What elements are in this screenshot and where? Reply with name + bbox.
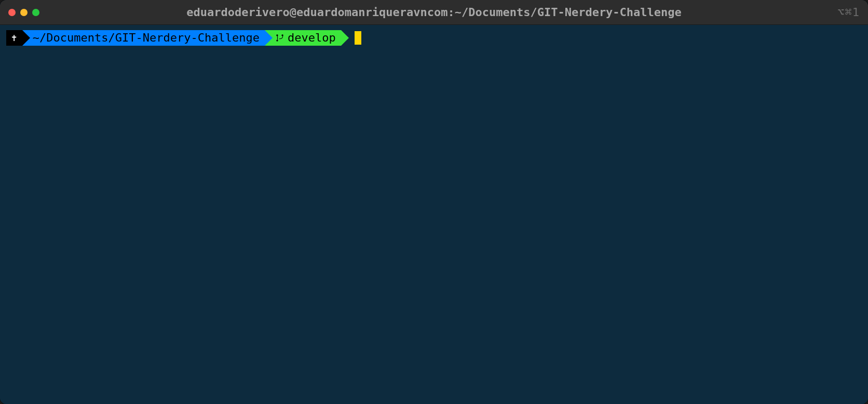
prompt-line: ✝ ~/Documents/GIT-Nerdery-Challenge deve…: [6, 30, 862, 46]
pane-shortcut-indicator: ⌥⌘1: [837, 6, 860, 19]
git-branch-icon: [275, 33, 284, 43]
prompt-path-text: ~/Documents/GIT-Nerdery-Challenge: [33, 31, 260, 45]
titlebar: eduardoderivero@eduardomanriqueravncom:~…: [0, 0, 868, 25]
prompt-branch-segment: develop: [265, 30, 341, 46]
maximize-window-button[interactable]: [32, 9, 39, 16]
window-controls: [8, 9, 39, 16]
cross-icon: ✝: [11, 31, 17, 45]
terminal-window: eduardoderivero@eduardomanriqueravncom:~…: [0, 0, 868, 404]
prompt-branch-text: develop: [288, 31, 336, 45]
prompt-path-segment: ~/Documents/GIT-Nerdery-Challenge: [22, 30, 265, 46]
terminal-cursor: [355, 31, 361, 45]
prompt-status-segment: ✝: [6, 30, 22, 46]
close-window-button[interactable]: [8, 9, 16, 16]
minimize-window-button[interactable]: [20, 9, 28, 16]
window-title: eduardoderivero@eduardomanriqueravncom:~…: [186, 6, 682, 19]
terminal-body[interactable]: ✝ ~/Documents/GIT-Nerdery-Challenge deve…: [0, 25, 868, 404]
